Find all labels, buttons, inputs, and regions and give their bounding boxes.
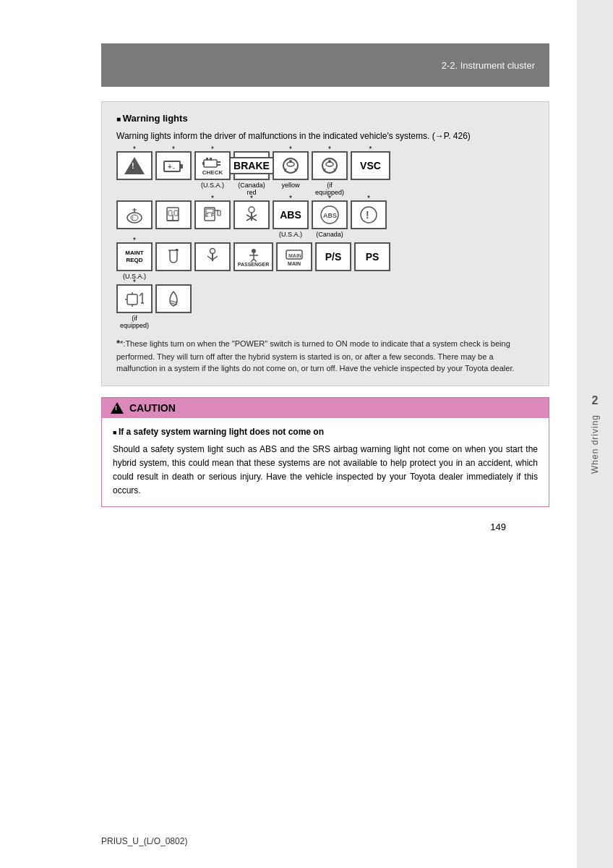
icon-box-warning [116,151,153,180]
svg-text:F: F [211,213,215,218]
tpms-icon: ! [124,205,145,225]
caution-content: If a safety system warning light does no… [102,418,549,507]
icon-box-oil [155,242,192,271]
icon-box-passenger: PASSENGER [233,242,273,271]
abs-usa-label: ABS [280,209,301,221]
sublabel-usa-2: (U.S.A.) [273,231,309,238]
svg-point-48 [252,249,256,253]
triangle-icon [124,157,145,174]
svg-point-19 [328,160,331,163]
icon-cell-vsc: * VSC [351,151,390,180]
svg-rect-5 [217,161,220,163]
warning-lights-desc: Warning lights inform the driver of malf… [116,129,534,142]
main-icon: MAIN [283,248,305,261]
icon-cell-srs-red: * [312,151,348,180]
icon-box-seatbelt1 [233,200,270,229]
icon-cell-engine: * CHECK [194,151,231,180]
caution-triangle-icon [111,402,124,414]
check-label: CHECK [202,169,223,176]
sublabel-canada-2: (Canada) [312,231,348,238]
icon-row-2: * ! * [116,200,534,229]
header-bar: 2-2. Instrument cluster [101,43,549,87]
icon-box-ps2: PS [354,242,390,271]
icon-cell-main: * MAIN MAIN [276,242,312,271]
icon-cell-srs-yellow: * [273,151,309,180]
seatbelt2-icon [202,247,223,267]
caution-text: Should a safety system light such as ABS… [113,443,538,498]
icon-cell-ps1: * P/S [315,242,351,271]
svg-point-46 [210,249,215,254]
icon-cell-tpms: * ! [116,200,153,229]
svg-rect-26 [168,210,172,216]
icon-box-brake: BRAKE [233,151,270,180]
icon-box-coolant [155,284,192,313]
door-icon [163,205,184,225]
svg-point-36 [249,207,254,213]
oil-icon [163,247,184,267]
svg-rect-4 [204,160,217,167]
icon-cell-hybrid-warn: * ! [351,200,387,229]
svg-rect-55 [127,294,137,305]
svg-text:ABS: ABS [323,212,337,219]
icon-cell-brake2: * [116,284,153,313]
icon-row-4: * * [116,284,534,313]
fuel-icon: E F [202,205,223,225]
chapter-label: When driving [590,414,600,474]
row3-sublabels: (U.S.A.) [116,273,534,280]
icon-box-srs-red [312,151,348,180]
icon-box-ps1: P/S [315,242,351,271]
caution-box: CAUTION If a safety system warning light… [101,397,549,508]
icon-cell-ps2: * PS [354,242,390,271]
footnote-text: *:These lights turn on when the "POWER" … [116,339,515,373]
svg-point-14 [289,160,292,163]
svg-text:+: + [168,163,172,171]
srs-red-icon [319,156,340,176]
hybrid-warn-icon: ! [358,205,380,225]
caution-section-title: If a safety system warning light does no… [113,427,538,437]
icon-cell-door: * [155,200,192,229]
maint-label: MAINTREQD [125,250,143,263]
icon-cell-abs-canada: * ABS [312,200,348,229]
srs-yellow-icon [280,156,301,176]
caution-header: CAUTION [102,398,549,418]
section-title: 2-2. Instrument cluster [442,60,535,71]
brake-label: BRAKE [229,157,274,174]
svg-text:-: - [173,164,175,171]
svg-point-20 [127,213,142,223]
icon-box-fuel: E F [194,200,231,229]
icon-cell-fuel: * E F [194,200,231,229]
ps2-label: PS [366,251,380,263]
icon-box-abs-usa: ABS [273,200,309,229]
engine-icon [202,156,223,169]
icon-cell-oil: * [155,242,192,271]
coolant-icon [163,289,184,309]
abs-canada-icon: ABS [315,205,344,225]
passenger-text: PASSENGER [238,262,269,267]
svg-rect-1 [180,164,183,169]
passenger-icon [243,247,265,262]
svg-rect-6 [217,164,220,166]
battery-icon: + - [163,156,184,176]
row4-sublabels: (if equipped) [116,315,534,329]
sublabel-usa-1: (U.S.A.) [194,182,231,196]
warning-footnote: **:These lights turn on when the "POWER"… [116,336,534,375]
icon-box-vsc: VSC [351,151,390,180]
row1-sublabels: (U.S.A.) (Canada)red yellow (if equipped… [116,182,534,196]
icon-cell-warning: * [116,151,153,180]
icon-cell-maint: * MAINTREQD [116,242,153,271]
footer-text: PRIUS_U_(L/O_0802) [101,836,187,846]
ps1-label: P/S [325,251,342,263]
icon-cell-battery: * + - [155,151,192,180]
caution-title: CAUTION [129,402,176,414]
icon-box-brake2 [116,284,153,313]
seatbelt-icon [241,205,262,225]
main-text: MAIN [288,261,301,266]
icon-box-engine: CHECK [194,151,231,180]
sublabel-if-equipped: (if equipped) [312,182,348,196]
svg-rect-33 [218,210,220,216]
brake2-icon [124,289,145,309]
icon-cell-seatbelt1: * [233,200,270,229]
svg-text:E: E [205,213,209,218]
svg-rect-45 [176,249,178,251]
svg-rect-0 [164,161,180,171]
